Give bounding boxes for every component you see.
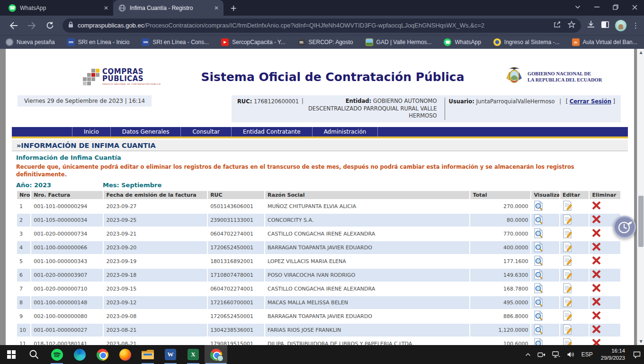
eliminar-button[interactable] <box>592 311 601 320</box>
editar-button[interactable] <box>563 214 572 225</box>
url-bar[interactable]: compraspublicas.gob.ec/ProcesoContrataci… <box>63 18 581 33</box>
logout-link[interactable]: Cerrar Sesión <box>570 98 611 105</box>
scroll-up-arrow[interactable]: ▲ <box>637 49 644 56</box>
eliminar-button[interactable] <box>592 297 601 306</box>
profile-avatar[interactable] <box>615 20 626 31</box>
cell-total: 149.6300 <box>470 269 530 282</box>
taskbar-file-explorer[interactable] <box>136 345 159 364</box>
eliminar-button[interactable] <box>592 215 601 224</box>
close-icon[interactable]: ✕ <box>214 5 219 11</box>
moodle-icon: m <box>298 38 305 46</box>
editar-button[interactable] <box>563 310 572 321</box>
bookmark-item[interactable]: SRI SRI en Línea - Inicio <box>67 38 130 46</box>
eliminar-button[interactable] <box>592 325 601 334</box>
menu-kebab-icon[interactable]: ⋮ <box>632 21 639 30</box>
tray-chevron-up-icon[interactable] <box>522 345 534 364</box>
cell-nro: 11 <box>17 337 30 345</box>
forward-button[interactable] <box>25 18 39 33</box>
visualizar-button[interactable] <box>534 242 543 252</box>
bookmark-item[interactable]: Nueva pestaña <box>6 38 55 46</box>
visualizar-button[interactable] <box>534 297 543 307</box>
visualizar-button[interactable] <box>534 324 543 335</box>
cell-factura: 001-001-000000027 <box>31 324 103 337</box>
editar-button[interactable] <box>563 269 572 280</box>
eliminar-button[interactable] <box>592 256 601 265</box>
visualizar-button[interactable] <box>534 338 543 345</box>
cell-total: 770.0000 <box>470 228 530 240</box>
col-header-visualizar: Visualizar <box>531 191 559 199</box>
back-button[interactable] <box>7 18 21 33</box>
taskbar-search-button[interactable] <box>23 345 45 364</box>
eliminar-button[interactable] <box>592 283 601 292</box>
bookmark-item[interactable]: in Aula Virtual del Ban... <box>572 38 637 46</box>
bookmark-star-icon[interactable] <box>568 21 575 30</box>
scrollbar-thumb[interactable] <box>638 196 644 247</box>
visualizar-button[interactable] <box>534 269 543 280</box>
visualizar-button[interactable] <box>534 214 543 225</box>
eliminar-button[interactable] <box>592 338 601 345</box>
visualizar-button[interactable] <box>534 255 543 266</box>
tab-infima-cuantia[interactable]: Infima Cuantía - Registro ✕ <box>114 0 224 16</box>
eliminar-button[interactable] <box>592 228 601 237</box>
taskbar-chrome[interactable] <box>91 345 114 364</box>
volume-icon[interactable] <box>564 345 578 364</box>
cell-ruc: 0604702274001 <box>208 282 264 295</box>
taskbar-word[interactable]: W <box>159 345 182 364</box>
editar-button[interactable] <box>563 324 572 335</box>
minimize-button[interactable] <box>587 0 606 14</box>
visualizar-button[interactable] <box>534 283 543 293</box>
eliminar-button[interactable] <box>592 270 601 279</box>
menu-item-administracion[interactable]: Administración <box>313 127 378 136</box>
eliminar-button[interactable] <box>592 242 601 251</box>
taskbar-firefox[interactable] <box>114 345 136 364</box>
network-icon[interactable] <box>549 345 564 364</box>
visualizar-button[interactable] <box>534 200 543 211</box>
taskbar-chrome-active[interactable] <box>205 345 227 364</box>
start-button[interactable] <box>0 345 23 364</box>
editar-button[interactable] <box>563 228 572 238</box>
menu-item-inicio[interactable]: Inicio <box>72 127 111 136</box>
taskbar-edge[interactable] <box>68 345 91 364</box>
tab-whatsapp[interactable]: ☎ WhatsApp ✕ <box>4 0 114 16</box>
bookmark-item[interactable]: ☎ WhatsApp <box>444 38 481 46</box>
bookmark-item[interactable]: m SERCOP: Agosto <box>298 38 353 46</box>
visualizar-button[interactable] <box>534 228 543 238</box>
meet-now-icon[interactable] <box>534 345 549 364</box>
bookmark-item[interactable]: Ingreso al Sistema -... <box>493 38 560 46</box>
editar-button[interactable] <box>563 200 572 211</box>
menu-item-entidad-contratante[interactable]: Entidad Contratante <box>232 127 313 136</box>
scroll-down-arrow[interactable]: ▼ <box>637 338 644 345</box>
floating-clock-widget[interactable] <box>613 216 636 238</box>
eliminar-button[interactable] <box>592 201 601 210</box>
reload-button[interactable] <box>43 18 57 33</box>
editar-button[interactable] <box>563 338 572 345</box>
close-window-button[interactable] <box>625 0 644 14</box>
bookmark-item[interactable]: ▶ SercopCapacita - Y... <box>221 38 285 46</box>
menu-item-consultar[interactable]: Consultar <box>181 127 232 136</box>
new-tab-button[interactable]: + <box>230 3 237 13</box>
taskbar-spotify[interactable] <box>45 345 68 364</box>
close-icon[interactable]: ✕ <box>104 5 108 11</box>
taskbar-clock[interactable]: 16:14 29/9/2023 <box>596 347 630 362</box>
bookmark-item[interactable]: GAD | Valle Hermos... <box>366 38 432 46</box>
menu-item-datos-generales[interactable]: Datos Generales <box>111 127 181 136</box>
restore-button[interactable] <box>606 0 625 14</box>
cell-editar <box>560 200 589 213</box>
editar-button[interactable] <box>563 255 572 266</box>
taskbar-excel[interactable]: X <box>182 345 205 364</box>
language-indicator[interactable]: ESP <box>578 345 596 364</box>
share-icon[interactable] <box>554 21 561 30</box>
editar-button[interactable] <box>563 242 572 252</box>
system-tray: ESP 16:14 29/9/2023 <box>522 345 644 364</box>
page-scrollbar[interactable]: ▲ ▼ <box>637 49 644 345</box>
cell-razon-social: FARIAS RIOS JOSE FRANKLIN <box>265 324 469 337</box>
chevron-down-icon[interactable] <box>568 0 587 14</box>
editar-button[interactable] <box>563 283 572 293</box>
side-panel-icon[interactable] <box>601 21 609 30</box>
visualizar-button[interactable] <box>534 310 543 321</box>
action-center-icon[interactable] <box>630 345 644 364</box>
editar-button[interactable] <box>563 297 572 307</box>
logo-mosaic-icon <box>83 69 99 85</box>
download-icon[interactable] <box>587 20 595 30</box>
bookmark-item[interactable]: SRI SRI en Línea - Cons... <box>142 38 209 46</box>
